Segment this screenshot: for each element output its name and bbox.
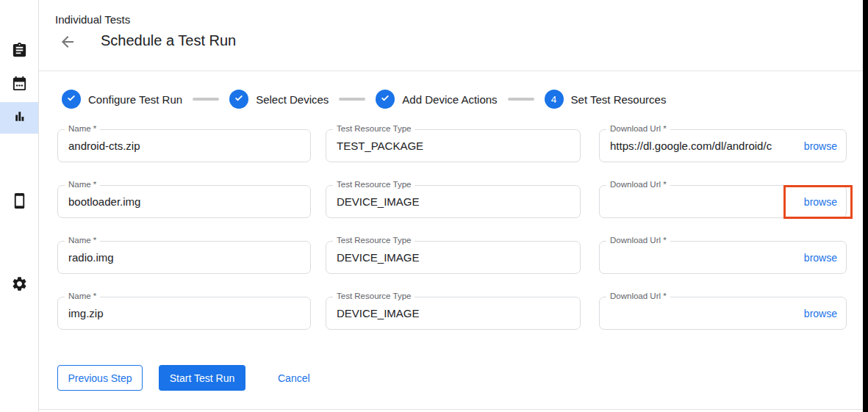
- name-field[interactable]: Name * img.zip: [57, 297, 311, 330]
- check-icon: [380, 93, 390, 106]
- name-field[interactable]: Name * radio.img: [57, 241, 311, 274]
- download-url-field[interactable]: Download Url * browse: [599, 297, 847, 330]
- bottom-divider: [39, 409, 863, 410]
- step-label: Select Devices: [256, 93, 329, 106]
- step-number-badge: 4: [545, 90, 564, 109]
- name-field[interactable]: Name * android-cts.zip: [57, 129, 311, 162]
- download-url-field-label: Download Url *: [606, 180, 670, 189]
- download-url-field-label: Download Url *: [606, 124, 670, 133]
- step-label: Add Device Actions: [402, 93, 497, 106]
- resource-row: Name * android-cts.zip Test Resource Typ…: [57, 129, 847, 162]
- resource-type-field-label: Test Resource Type: [333, 180, 415, 189]
- page-header: Individual Tests Schedule a Test Run: [39, 0, 863, 71]
- step-set-test-resources[interactable]: 4 Set Test Resources: [545, 90, 667, 109]
- resource-type-field-label: Test Resource Type: [333, 124, 415, 133]
- page-title: Schedule a Test Run: [101, 32, 236, 49]
- calendar-icon: [11, 75, 28, 95]
- step-label: Set Test Resources: [571, 93, 667, 106]
- resource-row: Name * bootloader.img Test Resource Type…: [57, 185, 847, 218]
- bar-chart-icon: [11, 108, 28, 128]
- start-test-run-button[interactable]: Start Test Run: [159, 365, 245, 391]
- step-complete-badge: [376, 90, 395, 109]
- stepper-connector: [508, 98, 534, 101]
- resource-type-field-value: TEST_PACKAGE: [326, 130, 580, 162]
- name-field-value: radio.img: [58, 242, 310, 273]
- cancel-button[interactable]: Cancel: [272, 365, 316, 391]
- previous-step-button[interactable]: Previous Step: [57, 365, 143, 391]
- name-field-label: Name *: [65, 180, 100, 189]
- name-field-label: Name *: [65, 124, 100, 133]
- resource-row: Name * radio.img Test Resource Type DEVI…: [57, 241, 847, 274]
- clipboard-icon: [11, 42, 28, 62]
- step-complete-badge: [62, 90, 81, 109]
- back-button[interactable]: [59, 33, 78, 51]
- check-icon: [66, 93, 76, 106]
- resource-row: Name * img.zip Test Resource Type DEVICE…: [57, 297, 847, 330]
- sidebar: [0, 0, 39, 412]
- resource-type-field-value: DEVICE_IMAGE: [326, 186, 580, 217]
- sidebar-item-tests[interactable]: [0, 36, 38, 68]
- step-configure-test-run[interactable]: Configure Test Run: [62, 90, 182, 109]
- test-resources-form: Name * android-cts.zip Test Resource Typ…: [57, 129, 847, 353]
- sidebar-item-test-results[interactable]: [0, 102, 38, 134]
- step-select-devices[interactable]: Select Devices: [229, 90, 329, 109]
- step-complete-badge: [229, 90, 248, 109]
- gear-icon: [11, 275, 28, 295]
- name-field-value: android-cts.zip: [58, 130, 310, 162]
- download-url-field-label: Download Url *: [606, 292, 670, 300]
- download-url-field[interactable]: Download Url * browse: [599, 241, 847, 274]
- name-field-value: bootloader.img: [58, 186, 310, 217]
- right-edge-strip: [863, 0, 868, 412]
- name-field-label: Name *: [65, 292, 100, 300]
- browse-link[interactable]: browse: [804, 130, 837, 162]
- name-field-label: Name *: [65, 236, 100, 245]
- back-arrow-icon: [59, 40, 76, 53]
- step-label: Configure Test Run: [88, 93, 182, 106]
- download-url-field[interactable]: Download Url * browse: [599, 185, 847, 218]
- stepper-connector: [193, 98, 219, 101]
- browse-link[interactable]: browse: [804, 242, 837, 274]
- smartphone-icon: [11, 192, 28, 212]
- download-url-field[interactable]: Download Url * https://dl.google.com/dl/…: [599, 129, 847, 162]
- download-url-field-label: Download Url *: [606, 236, 670, 245]
- breadcrumb: Individual Tests: [55, 13, 130, 26]
- form-actions: Previous Step Start Test Run Cancel: [57, 365, 316, 391]
- resource-type-field-label: Test Resource Type: [333, 236, 415, 245]
- check-icon: [234, 93, 244, 106]
- resource-type-field[interactable]: Test Resource Type DEVICE_IMAGE: [326, 297, 581, 330]
- resource-type-field[interactable]: Test Resource Type DEVICE_IMAGE: [326, 185, 581, 218]
- stepper: Configure Test Run Select Devices Add De…: [62, 89, 666, 109]
- resource-type-field[interactable]: Test Resource Type TEST_PACKAGE: [326, 129, 581, 162]
- resource-type-field-value: DEVICE_IMAGE: [326, 242, 580, 273]
- name-field[interactable]: Name * bootloader.img: [57, 185, 311, 218]
- sidebar-item-settings[interactable]: [0, 270, 38, 301]
- resource-type-field-value: DEVICE_IMAGE: [326, 297, 580, 329]
- step-add-device-actions[interactable]: Add Device Actions: [376, 90, 497, 109]
- browse-link[interactable]: browse: [804, 297, 837, 330]
- resource-type-field[interactable]: Test Resource Type DEVICE_IMAGE: [326, 241, 581, 274]
- stepper-connector: [339, 98, 365, 101]
- browse-link[interactable]: browse: [804, 186, 837, 218]
- resource-type-field-label: Test Resource Type: [333, 292, 415, 300]
- sidebar-item-test-plans[interactable]: [0, 69, 38, 101]
- name-field-value: img.zip: [58, 297, 310, 329]
- step-number: 4: [551, 94, 557, 105]
- sidebar-item-devices[interactable]: [0, 187, 38, 218]
